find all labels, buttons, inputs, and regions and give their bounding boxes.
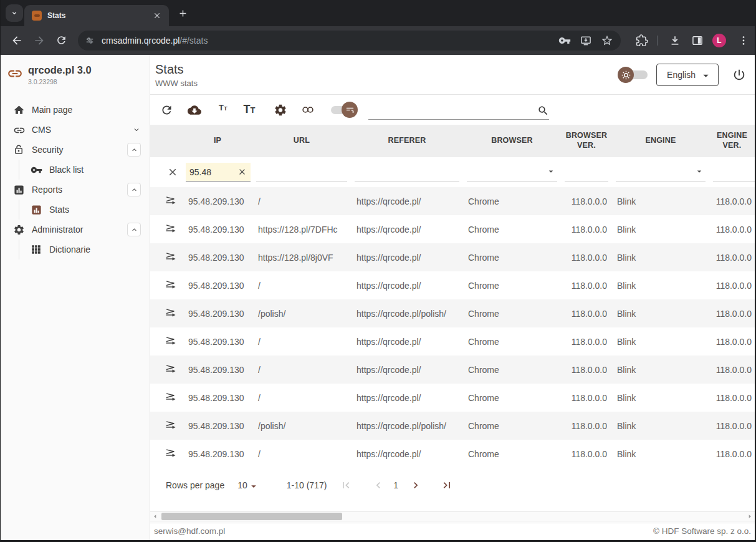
sidebar-item-reports[interactable]: Reports <box>1 180 150 200</box>
export-button[interactable] <box>188 103 201 117</box>
clear-filters-button[interactable] <box>150 157 183 187</box>
font-increase-button[interactable]: TT <box>242 103 256 117</box>
column-header-url[interactable]: URL <box>252 136 351 146</box>
clear-icon[interactable] <box>237 167 247 177</box>
table-row[interactable]: 95.48.209.130 / https://qrcode.pl/ Chrom… <box>150 187 755 215</box>
sidebar-item-administrator[interactable]: Administrator <box>1 220 150 240</box>
filter-browser[interactable] <box>463 163 561 181</box>
row-detail-button[interactable] <box>150 279 183 293</box>
links-button[interactable] <box>301 103 315 117</box>
prev-page-button[interactable] <box>372 479 385 491</box>
avatar-letter: L <box>717 36 721 45</box>
cell-ip: 95.48.209.130 <box>183 309 252 319</box>
row-detail-button[interactable] <box>150 447 183 461</box>
address-bar[interactable]: cmsadmin.qrcode.pl/#/stats <box>78 31 621 51</box>
sidebar-item-cms[interactable]: CMS <box>1 120 150 140</box>
filter-browser-ver[interactable] <box>561 163 612 181</box>
first-page-button[interactable] <box>340 479 352 491</box>
filter-engine-ver[interactable] <box>709 163 755 181</box>
site-info-icon[interactable] <box>84 35 95 46</box>
table-row[interactable]: 95.48.209.130 / https://qrcode.pl/ Chrom… <box>150 440 755 468</box>
refresh-button[interactable] <box>160 103 173 117</box>
language-select[interactable]: English <box>656 64 719 86</box>
filter-url[interactable] <box>252 163 351 181</box>
browser-menu-button[interactable] <box>737 34 750 47</box>
filter-referer[interactable] <box>351 163 463 181</box>
filter-toggle[interactable] <box>330 102 358 118</box>
sidebar-item-security[interactable]: Security <box>1 140 150 160</box>
settings-button[interactable] <box>274 103 287 117</box>
row-detail-button[interactable] <box>150 307 183 321</box>
font-decrease-button[interactable]: TT <box>216 103 230 117</box>
row-detail-button[interactable] <box>150 335 183 349</box>
password-key-icon[interactable] <box>558 34 571 47</box>
row-detail-button[interactable] <box>150 419 183 433</box>
table-row[interactable]: 95.48.209.130 https://128.pl/8j0VF https… <box>150 243 755 271</box>
new-tab-button[interactable] <box>177 7 188 19</box>
scroll-left-arrow[interactable] <box>150 512 160 521</box>
row-detail-button[interactable] <box>150 363 183 377</box>
extensions-button[interactable] <box>636 34 648 47</box>
browser-tab[interactable]: Stats <box>24 5 169 26</box>
cell-ip: 95.48.209.130 <box>183 365 252 375</box>
table-row[interactable]: 95.48.209.130 / https://qrcode.pl/ Chrom… <box>150 384 755 412</box>
horizontal-scrollbar[interactable] <box>150 511 755 521</box>
row-detail-button[interactable] <box>150 223 183 236</box>
table-row[interactable]: 95.48.209.130 / https://qrcode.pl/ Chrom… <box>150 327 755 356</box>
forward-button[interactable] <box>33 34 45 47</box>
chevron-down-icon[interactable] <box>132 125 141 134</box>
downloads-button[interactable] <box>669 34 681 47</box>
filter-engine[interactable] <box>612 163 709 181</box>
collapse-button[interactable] <box>127 223 141 236</box>
cell-ip: 95.48.209.130 <box>183 449 252 459</box>
collapse-button[interactable] <box>127 183 141 196</box>
table-row[interactable]: 95.48.209.130 / https://qrcode.pl/ Chrom… <box>150 271 755 299</box>
last-page-icon <box>441 479 453 491</box>
column-header-browser-ver[interactable]: BROWSER VER. <box>561 131 612 150</box>
table-row[interactable]: 95.48.209.130 / https://qrcode.pl/ Chrom… <box>150 356 755 384</box>
install-app-icon[interactable] <box>580 34 592 47</box>
next-page-button[interactable] <box>409 479 422 491</box>
row-detail-button[interactable] <box>150 251 183 264</box>
bookmark-star-icon[interactable] <box>601 34 613 47</box>
infinity-icon <box>301 101 315 119</box>
tab-search-button[interactable] <box>6 4 23 22</box>
theme-toggle[interactable] <box>618 67 648 83</box>
column-header-engine-ver[interactable]: ENGINE VER. <box>709 131 755 150</box>
column-header-browser[interactable]: BROWSER <box>463 136 561 146</box>
rows-per-page-select[interactable]: 10 <box>237 480 258 491</box>
row-detail-button[interactable] <box>150 391 183 405</box>
cell-url: / <box>252 337 351 347</box>
row-detail-button[interactable] <box>150 195 183 208</box>
tab-close-button[interactable] <box>151 10 163 21</box>
dropdown-arrow-icon[interactable] <box>547 168 555 175</box>
table-row[interactable]: 95.48.209.130 https://128.pl/7DFHc https… <box>150 215 755 243</box>
filter-ip[interactable]: 95.48 <box>183 163 252 181</box>
cell-referer: https://qrcode.pl/ <box>351 196 463 206</box>
dropdown-arrow-icon[interactable] <box>696 168 703 175</box>
reload-button[interactable] <box>55 34 68 47</box>
sidebar-item-black-list[interactable]: Black list <box>1 160 150 180</box>
table-row[interactable]: 95.48.209.130 /polish/ https://qrcode.pl… <box>150 412 755 440</box>
column-header-ip[interactable]: IP <box>183 136 252 146</box>
last-page-button[interactable] <box>441 479 453 491</box>
scroll-right-arrow[interactable] <box>745 512 755 521</box>
search-input[interactable] <box>368 101 549 120</box>
logout-button[interactable] <box>732 68 746 82</box>
arrow-forward-icon <box>33 34 45 47</box>
scrollbar-thumb[interactable] <box>161 513 342 520</box>
column-header-referer[interactable]: REFERER <box>351 136 463 146</box>
sidebar-item-stats[interactable]: Stats <box>1 200 150 220</box>
cell-browser: Chrome <box>463 365 561 375</box>
table-row[interactable]: 95.48.209.130 /polish/ https://qrcode.pl… <box>150 299 755 327</box>
sidebar-item-dictionarie[interactable]: Dictionarie <box>1 240 150 259</box>
power-icon <box>732 68 746 82</box>
cell-browser-ver: 118.0.0.0 <box>561 281 612 291</box>
side-panel-button[interactable] <box>691 34 704 47</box>
sidebar-item-main-page[interactable]: Main page <box>1 100 150 120</box>
back-button[interactable] <box>11 34 23 47</box>
profile-avatar[interactable]: L <box>712 34 726 47</box>
column-header-engine[interactable]: ENGINE <box>612 136 709 146</box>
collapse-button[interactable] <box>127 143 141 157</box>
footer-email[interactable]: serwis@hdf.com.pl <box>154 526 225 536</box>
